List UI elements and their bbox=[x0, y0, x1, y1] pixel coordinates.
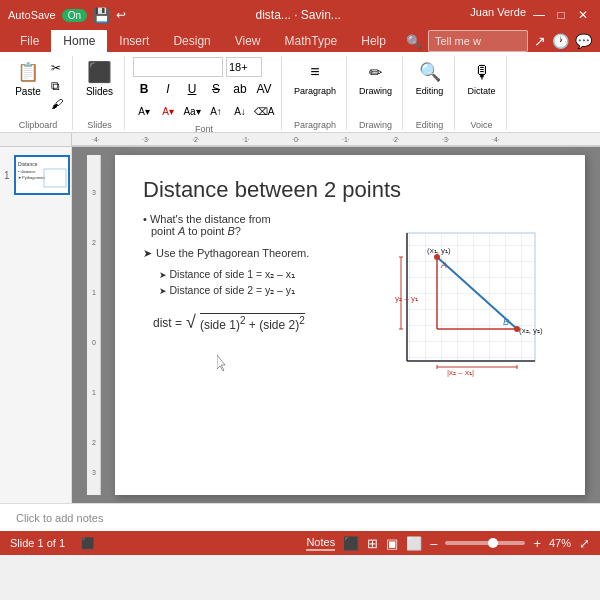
maximize-button[interactable]: □ bbox=[552, 6, 570, 24]
increase-font-button[interactable]: A↑ bbox=[205, 100, 227, 122]
slide-panel: 1 Distance • distance ➤ Pythagorean bbox=[0, 147, 72, 503]
svg-text:·2·: ·2· bbox=[392, 136, 400, 143]
color-row: A▾ A▾ Aa▾ A↑ A↓ ⌫A bbox=[133, 100, 275, 122]
slide-status-icon: ⬛ bbox=[81, 537, 95, 550]
search-input[interactable]: Tell me w bbox=[428, 30, 528, 52]
close-button[interactable]: ✕ bbox=[574, 6, 592, 24]
view-normal-icon[interactable]: ⬛ bbox=[343, 536, 359, 551]
formula-dist-label: dist = bbox=[153, 316, 182, 330]
font-name-row bbox=[133, 57, 275, 77]
status-right: Notes ⬛ ⊞ ▣ ⬜ – + 47% ⤢ bbox=[306, 536, 590, 551]
dictate-button[interactable]: 🎙 Dictate bbox=[464, 56, 500, 98]
svg-text:(x₂, y₂): (x₂, y₂) bbox=[519, 326, 543, 335]
vertical-ruler: 3 2 1 0 1 2 3 bbox=[87, 155, 101, 495]
autosave-toggle[interactable]: On bbox=[62, 9, 87, 22]
format-painter-button[interactable]: 🖌 bbox=[48, 96, 66, 112]
clear-format-button[interactable]: ⌫A bbox=[253, 100, 275, 122]
slide-thumbnail[interactable]: Distance • distance ➤ Pythagorean bbox=[14, 155, 70, 195]
paragraph-group: ≡ Paragraph Paragraph bbox=[284, 56, 347, 130]
font-color-button[interactable]: A▾ bbox=[157, 100, 179, 122]
point-b: B bbox=[227, 225, 234, 237]
canvas-area[interactable]: 3 2 1 0 1 2 3 Distance between 2 points bbox=[72, 147, 600, 503]
zoom-level[interactable]: 47% bbox=[549, 537, 571, 549]
view-slide-sorter-icon[interactable]: ⊞ bbox=[367, 536, 378, 551]
tab-home[interactable]: Home bbox=[51, 30, 107, 52]
drawing-label: Drawing bbox=[359, 118, 392, 130]
tab-help[interactable]: Help bbox=[349, 30, 398, 52]
shadow-button[interactable]: ab bbox=[229, 78, 251, 100]
svg-text:2: 2 bbox=[92, 239, 96, 246]
cut-icon: ✂ bbox=[51, 61, 61, 75]
voice-group: 🎙 Dictate Voice bbox=[457, 56, 507, 130]
font-size-input[interactable] bbox=[226, 57, 262, 77]
slide-text-content: What's the distance from point A to poin… bbox=[143, 213, 361, 416]
title-bar-right: Juan Verde — □ ✕ bbox=[470, 6, 592, 24]
autosave-label: AutoSave bbox=[8, 9, 56, 21]
slides-label: Slides bbox=[87, 118, 112, 130]
font-case-button[interactable]: Aa▾ bbox=[181, 100, 203, 122]
editing-label: Editing bbox=[416, 118, 444, 130]
notes-placeholder[interactable]: Click to add notes bbox=[0, 503, 600, 531]
new-slide-button[interactable]: ⬛ Slides bbox=[82, 56, 118, 99]
svg-text:·2·: ·2· bbox=[192, 136, 200, 143]
editing-button[interactable]: 🔍 Editing bbox=[412, 56, 448, 98]
clipboard-label: Clipboard bbox=[19, 118, 58, 130]
svg-text:·3·: ·3· bbox=[142, 136, 150, 143]
share-icon[interactable]: ↗ bbox=[534, 33, 546, 49]
fit-slide-icon[interactable]: ⤢ bbox=[579, 536, 590, 551]
notes-tab[interactable]: Notes bbox=[306, 536, 335, 551]
clipboard-group: 📋 Paste ✂ ⧉ 🖌 Clipboard bbox=[4, 56, 73, 130]
ribbon-tabs: File Home Insert Design View MathType He… bbox=[0, 30, 600, 52]
slides-icon: ⬛ bbox=[86, 58, 114, 86]
italic-button[interactable]: I bbox=[157, 78, 179, 100]
svg-text:3: 3 bbox=[92, 469, 96, 476]
formula-expression: (side 1)2 + (side 2)2 bbox=[200, 313, 305, 332]
bullet-distance: What's the distance from point A to poin… bbox=[143, 213, 361, 237]
svg-text:2: 2 bbox=[92, 439, 96, 446]
save-icon[interactable]: 💾 bbox=[93, 7, 110, 23]
zoom-out-icon[interactable]: – bbox=[430, 536, 437, 551]
view-presenter-icon[interactable]: ⬜ bbox=[406, 536, 422, 551]
svg-text:|x₂ – x₁|: |x₂ – x₁| bbox=[447, 368, 474, 377]
cut-button[interactable]: ✂ bbox=[48, 60, 66, 76]
side2-bullet: Distance of side 2 = y₂ – y₁ bbox=[159, 284, 361, 296]
tab-view[interactable]: View bbox=[223, 30, 273, 52]
title-bar-left: AutoSave On 💾 ↩ bbox=[8, 7, 126, 23]
user-name: Juan Verde bbox=[470, 6, 526, 24]
search-icon[interactable]: 🔍 bbox=[406, 34, 422, 49]
tab-mathtype[interactable]: MathType bbox=[273, 30, 350, 52]
drawing-button[interactable]: ✏ Drawing bbox=[355, 56, 396, 98]
font-name-input[interactable] bbox=[133, 57, 223, 77]
underline-button[interactable]: U bbox=[181, 78, 203, 100]
formula-area: dist = √ (side 1)2 + (side 2)2 bbox=[143, 312, 361, 333]
slides-top: ⬛ Slides bbox=[82, 56, 118, 118]
comment-icon[interactable]: 💬 bbox=[575, 33, 592, 49]
clipboard-top: 📋 Paste ✂ ⧉ 🖌 bbox=[10, 56, 66, 118]
decrease-font-button[interactable]: A↓ bbox=[229, 100, 251, 122]
minimize-button[interactable]: — bbox=[530, 6, 548, 24]
tab-file[interactable]: File bbox=[8, 30, 51, 52]
svg-text:(x₁, y₁): (x₁, y₁) bbox=[427, 246, 451, 255]
char-spacing-button[interactable]: AV bbox=[253, 78, 275, 100]
bold-button[interactable]: B bbox=[133, 78, 155, 100]
slide-body: What's the distance from point A to poin… bbox=[115, 213, 585, 416]
tab-insert[interactable]: Insert bbox=[107, 30, 161, 52]
history-icon[interactable]: 🕐 bbox=[552, 33, 569, 49]
slide-canvas[interactable]: Distance between 2 points What's the dis… bbox=[115, 155, 585, 495]
paste-button[interactable]: 📋 Paste bbox=[10, 56, 46, 99]
paragraph-button[interactable]: ≡ Paragraph bbox=[290, 56, 340, 98]
ribbon: File Home Insert Design View MathType He… bbox=[0, 30, 600, 133]
horizontal-ruler: ·4· ·3· ·2· ·1· ·0· ·1· ·2· ·3· ·4· bbox=[72, 133, 600, 147]
slide-number: 1 bbox=[4, 170, 10, 181]
canvas-inner: 3 2 1 0 1 2 3 Distance between 2 points bbox=[87, 155, 585, 495]
view-reading-icon[interactable]: ▣ bbox=[386, 536, 398, 551]
zoom-in-icon[interactable]: + bbox=[533, 536, 541, 551]
tab-design[interactable]: Design bbox=[161, 30, 222, 52]
ruler-row: ·4· ·3· ·2· ·1· ·0· ·1· ·2· ·3· ·4· bbox=[0, 133, 600, 147]
zoom-slider[interactable] bbox=[445, 541, 525, 545]
undo-icon[interactable]: ↩ bbox=[116, 8, 126, 22]
strikethrough-button[interactable]: S bbox=[205, 78, 227, 100]
paragraph-label: Paragraph bbox=[294, 118, 336, 130]
copy-button[interactable]: ⧉ bbox=[48, 78, 66, 94]
highlight-button[interactable]: A▾ bbox=[133, 100, 155, 122]
